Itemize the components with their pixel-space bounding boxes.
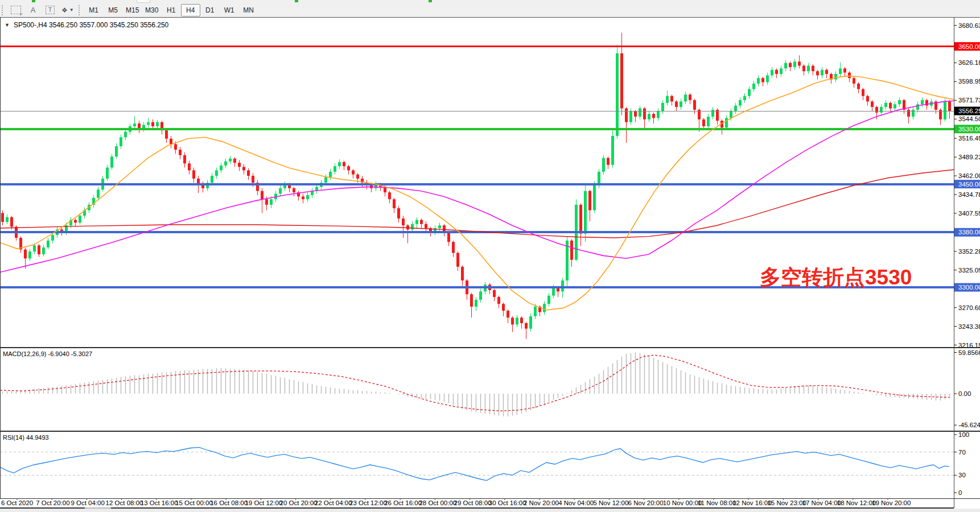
- bull-candle: [534, 307, 537, 316]
- cutoff-icon: [429, 0, 432, 2]
- text-a-icon: A: [31, 6, 36, 14]
- date-label: 16 Oct 08:00: [210, 499, 248, 506]
- bear-candle: [356, 175, 359, 179]
- bear-candle: [775, 70, 778, 74]
- date-label: 18 Nov 12:00: [837, 499, 876, 506]
- candlestick-chart-svg[interactable]: 多空转折点3530▼SP500-,H4 3546.250 3557.000 35…: [0, 17, 980, 509]
- bull-candle: [106, 168, 109, 179]
- bull-candle: [807, 65, 810, 71]
- rsi-label: RSI(14) 44.9493: [3, 434, 49, 441]
- tf-button-d1[interactable]: D1: [200, 4, 220, 16]
- bear-candle: [853, 78, 855, 84]
- tf-button-m15[interactable]: M15: [123, 4, 142, 16]
- toolbar-grip[interactable]: [79, 5, 81, 15]
- bull-candle: [657, 111, 660, 118]
- bull-candle: [880, 107, 883, 113]
- tf-button-m5[interactable]: M5: [104, 4, 123, 16]
- bull-candle: [120, 137, 122, 146]
- tf-button-mn[interactable]: MN: [239, 4, 258, 16]
- date-label: 15 Oct 00:00: [175, 499, 213, 506]
- bull-candle: [561, 280, 564, 291]
- bear-candle: [702, 119, 705, 126]
- date-label: 12 Oct 08:00: [106, 499, 143, 506]
- bull-candle: [893, 104, 896, 108]
- bear-candle: [397, 208, 400, 218]
- date-label: 15 Nov 23:00: [767, 499, 806, 506]
- chart-canvas[interactable]: 多空转折点3530▼SP500-,H4 3546.250 3557.000 35…: [0, 17, 980, 509]
- bull-candle: [279, 188, 282, 194]
- bull-candle: [211, 176, 213, 183]
- date-label: 29 Oct 08:00: [454, 499, 492, 506]
- bull-candle: [730, 111, 732, 118]
- tf-button-w1[interactable]: W1: [220, 4, 239, 16]
- bear-candle: [848, 73, 851, 79]
- bear-candle: [670, 96, 673, 102]
- bull-candle: [921, 100, 924, 104]
- bull-candle: [748, 89, 751, 96]
- date-label: 11 Nov 08:00: [698, 499, 736, 506]
- bear-candle: [388, 192, 391, 199]
- crosshair-marquee-button[interactable]: F: [7, 4, 24, 16]
- date-label: 6 Nov 20:00: [628, 499, 664, 506]
- date-label: 23 Oct 12:00: [349, 499, 387, 506]
- bear-candle: [857, 84, 860, 89]
- price-tick: 3489.230: [958, 154, 980, 160]
- bull-candle: [739, 100, 742, 106]
- bear-candle: [525, 323, 528, 329]
- bear-candle: [862, 89, 864, 96]
- macd-tick: 0.00: [958, 390, 971, 397]
- bear-candle: [192, 170, 195, 179]
- bear-candle: [461, 267, 464, 280]
- price-tick: 3571.730: [958, 97, 980, 104]
- rsi-pane[interactable]: RSI(14) 44.9493: [0, 434, 954, 481]
- annotation-text-object[interactable]: 多空转折点3530: [760, 266, 912, 289]
- text-label-tool-button[interactable]: T: [42, 4, 59, 16]
- bear-candle: [502, 304, 505, 311]
- bull-candle: [780, 68, 783, 74]
- bull-candle: [884, 103, 887, 107]
- tf-button-m1[interactable]: M1: [84, 4, 104, 16]
- mt4-window: { "toolbar": { "marquee_f": "F", "tool_a…: [0, 0, 980, 512]
- bear-candle: [343, 162, 345, 166]
- bear-candle: [889, 103, 892, 109]
- bull-candle: [757, 78, 760, 84]
- rsi-tick: 70: [958, 449, 966, 456]
- bull-candle: [28, 251, 31, 258]
- arrow-objects-button[interactable]: ❖ ▼: [59, 4, 77, 16]
- price-tick: 3598.955: [958, 78, 980, 85]
- bear-candle: [843, 68, 846, 72]
- price-tick: 3270.605: [958, 304, 980, 311]
- bull-candle: [707, 117, 710, 126]
- bull-candle: [329, 172, 332, 177]
- price-tick: 3680.630: [958, 22, 980, 29]
- bull-candle: [734, 106, 737, 112]
- tf-button-h1[interactable]: H1: [162, 4, 181, 16]
- bear-candle: [716, 110, 719, 121]
- bull-candle: [79, 216, 81, 222]
- bear-candle: [866, 96, 869, 102]
- main-price-pane[interactable]: 多空转折点3530▼SP500-,H4 3546.250 3557.000 35…: [0, 21, 954, 339]
- bear-candle: [816, 71, 819, 75]
- bull-candle: [611, 136, 614, 165]
- bear-candle: [643, 109, 646, 119]
- date-label: 4 Nov 04:00: [558, 499, 594, 506]
- macd-pane[interactable]: MACD(12,26,9) -6.9040 -5.3027: [0, 350, 950, 416]
- tf-button-m30[interactable]: M30: [142, 4, 162, 16]
- collapse-arrow-icon[interactable]: ▼: [5, 22, 10, 28]
- toolbar-grip[interactable]: [2, 5, 5, 15]
- date-label: 10 Nov 00:00: [663, 499, 702, 506]
- objects-and-timeframe-toolbar: F A T ❖ ▼ M1 M5 M15 M30 H1 H4 D1 W1 MN: [0, 3, 980, 18]
- date-label: 30 Oct 16:00: [489, 499, 526, 506]
- bull-candle: [516, 317, 518, 324]
- bull-candle: [543, 304, 546, 312]
- tf-button-h4-active[interactable]: H4: [181, 4, 200, 16]
- text-tool-button[interactable]: A: [24, 4, 42, 16]
- chevron-down-icon[interactable]: ▼: [69, 7, 74, 13]
- bull-candle: [479, 291, 482, 300]
- price-chip-label: 3530.000: [958, 126, 980, 133]
- bear-candle: [634, 111, 637, 117]
- bear-candle: [74, 220, 77, 223]
- bull-candle: [115, 146, 118, 156]
- bear-candle: [493, 290, 496, 297]
- bull-candle: [415, 220, 418, 224]
